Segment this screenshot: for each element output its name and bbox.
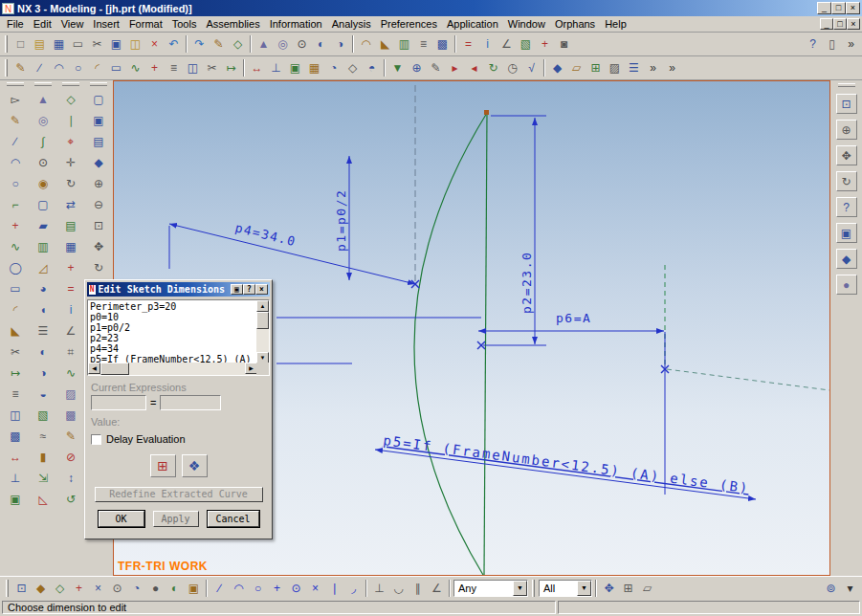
dialog-title-bar[interactable]: N Edit Sketch Dimensions ▣?×: [87, 282, 270, 297]
unite2-icon[interactable]: ◐: [33, 342, 54, 361]
arc-center-icon[interactable]: ⊙: [108, 580, 126, 598]
thread2-icon[interactable]: ☰: [33, 321, 54, 340]
edit-feature-icon[interactable]: ✎: [61, 427, 81, 445]
intersect-icon[interactable]: ◒: [33, 385, 54, 403]
edge-blend-icon[interactable]: ◕: [33, 279, 54, 297]
dimension-p4-label[interactable]: p4=34.0: [233, 220, 298, 249]
select-icon[interactable]: ▻: [6, 90, 26, 108]
minimize-button[interactable]: _: [817, 2, 831, 14]
datum-axis-icon[interactable]: ∣: [61, 111, 81, 129]
maximize-button[interactable]: □: [831, 2, 846, 14]
redefine-extracted-curve-button[interactable]: Redefine Extracted Curve: [95, 487, 263, 502]
create-positioning-icon[interactable]: ⊞: [586, 59, 605, 77]
expression-icon[interactable]: =: [459, 35, 477, 54]
mirror-tool-icon[interactable]: ◫: [184, 59, 202, 77]
intersection-icon[interactable]: ×: [89, 580, 107, 598]
ellipse-icon[interactable]: ◯: [6, 258, 26, 276]
sew-icon[interactable]: ≈: [33, 427, 54, 445]
suppress-icon[interactable]: ⊘: [61, 448, 81, 466]
new-icon[interactable]: □: [11, 35, 30, 54]
update-model-icon[interactable]: ↻: [484, 59, 502, 77]
dimension-p6[interactable]: p6=A: [478, 265, 665, 368]
alt-solution-icon[interactable]: ◓: [363, 59, 381, 77]
shell2-icon[interactable]: ▥: [33, 237, 54, 255]
curve-icon[interactable]: ∿: [61, 363, 81, 382]
expression-item[interactable]: p4=34: [90, 343, 255, 354]
end-point-icon[interactable]: ◆: [32, 580, 50, 598]
existing-point-icon[interactable]: ●: [146, 580, 165, 598]
copy-icon[interactable]: ▣: [107, 35, 125, 54]
extension-lines[interactable]: [276, 318, 829, 390]
offset-tool-icon[interactable]: ≡: [165, 59, 183, 77]
curve-endpoint-marker[interactable]: [484, 110, 489, 115]
quadrant-icon[interactable]: ◔: [127, 580, 145, 598]
subtract2-icon[interactable]: ◑: [33, 363, 54, 382]
scrollbar-thumb[interactable]: [256, 312, 269, 329]
expression-item[interactable]: p0=10: [90, 312, 255, 322]
edit-dimension-value-button[interactable]: ⊞: [150, 454, 176, 477]
view-right-icon[interactable]: ▤: [89, 132, 109, 150]
selection-type-filter[interactable]: Any ▼: [453, 580, 528, 597]
apply-button[interactable]: Apply: [153, 511, 199, 527]
pattern2-icon[interactable]: ▩: [6, 427, 26, 445]
fit-icon[interactable]: ⊡: [89, 216, 109, 234]
iso-view-icon[interactable]: ◆: [836, 249, 857, 269]
angle-snap-icon[interactable]: ∠: [428, 580, 446, 598]
fillet-icon[interactable]: ◜: [6, 300, 26, 319]
hole-icon[interactable]: ⊙: [293, 35, 311, 54]
wcs-icon[interactable]: +: [536, 35, 554, 54]
show-all-icon[interactable]: ▣: [6, 490, 26, 508]
group-icon[interactable]: ▦: [61, 237, 81, 255]
extend-icon[interactable]: ↦: [6, 363, 26, 382]
more-commands-icon[interactable]: »: [842, 35, 860, 54]
horizontal-scrollbar[interactable]: ◀ ▶: [88, 363, 257, 375]
fit-view-icon[interactable]: ⊡: [836, 94, 857, 114]
shell-icon[interactable]: ▥: [395, 35, 413, 54]
redo-icon[interactable]: ↷: [190, 35, 209, 54]
sketch-icon[interactable]: ✎: [210, 35, 228, 54]
auto-constrain-icon[interactable]: ▦: [305, 59, 323, 77]
rectangle-icon[interactable]: ▭: [6, 279, 26, 297]
revolve-icon[interactable]: ◎: [274, 35, 292, 54]
dialog-close-button[interactable]: ×: [255, 284, 268, 295]
show-constraints-icon[interactable]: ▣: [286, 59, 304, 77]
cancel-button[interactable]: Cancel: [208, 511, 259, 527]
measure2-icon[interactable]: ⌗: [61, 342, 81, 361]
face-blend-icon[interactable]: ◖: [33, 300, 54, 319]
dialog-help-button[interactable]: ?: [243, 284, 255, 295]
center-snap-icon[interactable]: ⊙: [287, 580, 305, 598]
menu-orphans[interactable]: Orphans: [550, 17, 600, 31]
dimension-p1-label[interactable]: p1=p0/2: [334, 189, 348, 252]
menu-insert[interactable]: Insert: [88, 17, 124, 31]
chevron-down-icon[interactable]: ▼: [577, 581, 591, 596]
save-icon[interactable]: ▦: [50, 35, 68, 54]
transform-icon[interactable]: ⇄: [61, 195, 81, 213]
toolbar-grip[interactable]: [62, 82, 79, 86]
trim-icon[interactable]: ✂: [6, 342, 26, 361]
control-point-icon[interactable]: +: [70, 580, 88, 598]
mdi-minimize-button[interactable]: _: [820, 18, 833, 30]
chevron-down-icon[interactable]: ▼: [513, 581, 527, 596]
patch-icon[interactable]: ▧: [33, 406, 54, 424]
scale-icon[interactable]: ⇲: [33, 469, 54, 487]
point-icon[interactable]: +: [6, 216, 26, 234]
toolbar-grip[interactable]: [5, 35, 8, 53]
menu-analysis[interactable]: Analysis: [327, 17, 376, 31]
unite-icon[interactable]: ◐: [312, 35, 330, 54]
mdi-restore-button[interactable]: □: [833, 18, 847, 30]
animate-dim-icon[interactable]: ◔: [324, 59, 343, 77]
wcs2-icon[interactable]: +: [61, 258, 81, 276]
filter-settings-icon[interactable]: ▾: [841, 580, 859, 598]
menu-assemblies[interactable]: Assemblies: [201, 17, 264, 31]
polygon-select-icon[interactable]: ▱: [638, 580, 656, 598]
plus-snap-icon[interactable]: +: [268, 580, 286, 598]
menu-view[interactable]: View: [56, 17, 89, 31]
expression-item[interactable]: p2=23: [90, 333, 255, 343]
close-button[interactable]: ×: [846, 2, 860, 14]
dimension-p6-label[interactable]: p6=A: [556, 311, 591, 325]
mesh-icon[interactable]: ▩: [61, 406, 81, 424]
rotate-view-icon[interactable]: ↻: [89, 258, 109, 276]
info-icon[interactable]: i: [478, 35, 497, 54]
constraint-tool-icon[interactable]: ⊥: [267, 59, 285, 77]
zoom-in-icon[interactable]: ⊕: [89, 174, 109, 192]
